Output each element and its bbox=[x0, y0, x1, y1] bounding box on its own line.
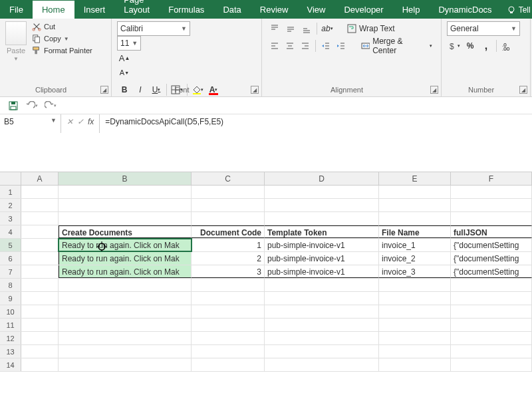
wrap-text-button[interactable]: Wrap Text bbox=[344, 21, 398, 36]
cell-F12[interactable] bbox=[451, 332, 532, 344]
tab-review[interactable]: Review bbox=[251, 1, 298, 19]
cell-A11[interactable] bbox=[21, 319, 59, 331]
row-header[interactable]: 12 bbox=[0, 332, 21, 344]
row-header[interactable]: 14 bbox=[0, 358, 21, 371]
cell-C3[interactable] bbox=[192, 212, 265, 225]
cell-E10[interactable] bbox=[379, 305, 451, 318]
cell-F7[interactable]: {"documentSetting bbox=[451, 265, 532, 278]
cell-D3[interactable] bbox=[265, 212, 379, 225]
col-header-A[interactable]: A bbox=[21, 172, 59, 185]
cell-C14[interactable] bbox=[192, 358, 265, 371]
row-header[interactable]: 7 bbox=[0, 265, 21, 278]
undo-button[interactable]: ▾ bbox=[25, 99, 39, 112]
cell-F2[interactable] bbox=[451, 199, 532, 211]
cell-F9[interactable] bbox=[451, 292, 532, 305]
cell-A9[interactable] bbox=[21, 292, 59, 305]
decrease-font-button[interactable]: A▼ bbox=[117, 65, 132, 80]
cell-C9[interactable] bbox=[192, 292, 265, 305]
col-header-B[interactable]: B bbox=[59, 172, 192, 185]
dialog-launcher-number[interactable]: ◢ bbox=[519, 86, 527, 94]
cancel-formula-button[interactable]: ✕ bbox=[66, 117, 73, 126]
align-left-button[interactable] bbox=[267, 39, 281, 53]
fx-button[interactable]: fx bbox=[88, 117, 94, 126]
cell-C11[interactable] bbox=[192, 319, 265, 331]
cell-D12[interactable] bbox=[265, 332, 379, 344]
cell-A12[interactable] bbox=[21, 332, 59, 344]
tab-formulas[interactable]: Formulas bbox=[159, 1, 213, 19]
tab-insert[interactable]: Insert bbox=[74, 1, 115, 19]
cell-E7[interactable]: invoice_3 bbox=[379, 265, 451, 278]
cell-C2[interactable] bbox=[192, 199, 265, 211]
cell-F3[interactable] bbox=[451, 212, 532, 225]
cell-E6[interactable]: invoice_2 bbox=[379, 252, 451, 265]
cell-E9[interactable] bbox=[379, 292, 451, 305]
cell-A8[interactable] bbox=[21, 279, 59, 291]
row-header[interactable]: 13 bbox=[0, 345, 21, 358]
cell-D2[interactable] bbox=[265, 199, 379, 211]
cell-C1[interactable] bbox=[192, 186, 265, 198]
col-header-F[interactable]: F bbox=[451, 172, 532, 185]
select-all-corner[interactable] bbox=[0, 172, 21, 185]
row-header[interactable]: 5 bbox=[0, 239, 21, 251]
cell-E11[interactable] bbox=[379, 319, 451, 331]
tell-me[interactable]: Tell bbox=[501, 1, 532, 19]
tab-file[interactable]: File bbox=[0, 1, 33, 19]
tab-help[interactable]: Help bbox=[393, 1, 430, 19]
redo-button[interactable]: ▾ bbox=[44, 99, 57, 112]
cell-E13[interactable] bbox=[379, 345, 451, 358]
col-header-E[interactable]: E bbox=[379, 172, 451, 185]
row-header[interactable]: 3 bbox=[0, 212, 21, 225]
increase-font-button[interactable]: A▲ bbox=[117, 51, 132, 65]
cell-E3[interactable] bbox=[379, 212, 451, 225]
copy-button[interactable]: Copy ▼ bbox=[31, 33, 94, 44]
accept-formula-button[interactable]: ✓ bbox=[77, 117, 84, 126]
cell-D14[interactable] bbox=[265, 358, 379, 371]
align-middle-button[interactable] bbox=[283, 21, 298, 36]
align-center-button[interactable] bbox=[283, 39, 297, 53]
cell-A10[interactable] bbox=[21, 305, 59, 318]
cell-D7[interactable]: pub-simple-invoice-v1 bbox=[265, 265, 379, 278]
cell-B2[interactable] bbox=[59, 199, 192, 211]
cell-B9[interactable] bbox=[59, 292, 192, 305]
cell-A14[interactable] bbox=[21, 358, 59, 371]
tab-dynamicdocs[interactable]: DynamicDocs bbox=[429, 1, 501, 19]
row-header[interactable]: 8 bbox=[0, 279, 21, 291]
accounting-format-button[interactable]: $▾ bbox=[447, 39, 462, 53]
cell-F10[interactable] bbox=[451, 305, 532, 318]
font-name-combo[interactable]: Calibri▼ bbox=[117, 21, 190, 36]
row-header[interactable]: 4 bbox=[0, 225, 21, 238]
tab-pagelayout[interactable]: Page Layout bbox=[114, 0, 159, 19]
row-header[interactable]: 1 bbox=[0, 186, 21, 198]
align-top-button[interactable] bbox=[267, 21, 282, 36]
format-painter-button[interactable]: Format Painter bbox=[31, 45, 94, 56]
row-header[interactable]: 9 bbox=[0, 292, 21, 305]
cell-D5[interactable]: pub-simple-invoice-v1 bbox=[265, 239, 379, 251]
cell-B6[interactable]: Ready to run again. Click on Mak bbox=[59, 252, 192, 265]
decrease-indent-button[interactable] bbox=[319, 39, 332, 53]
cell-A6[interactable] bbox=[21, 252, 59, 265]
increase-decimal-button[interactable]: .0.00 bbox=[499, 39, 514, 53]
cell-B11[interactable] bbox=[59, 319, 192, 331]
cell-B1[interactable] bbox=[59, 186, 192, 198]
cell-F6[interactable]: {"documentSetting bbox=[451, 252, 532, 265]
cell-C8[interactable] bbox=[192, 279, 265, 291]
cell-D4[interactable]: Template Token bbox=[265, 225, 379, 238]
cell-B4[interactable]: Create Documents bbox=[59, 225, 192, 238]
cell-D10[interactable] bbox=[265, 305, 379, 318]
cell-A7[interactable] bbox=[21, 265, 59, 278]
cell-B12[interactable] bbox=[59, 332, 192, 344]
cell-D11[interactable] bbox=[265, 319, 379, 331]
cell-F8[interactable] bbox=[451, 279, 532, 291]
cell-F13[interactable] bbox=[451, 345, 532, 358]
cell-F1[interactable] bbox=[451, 186, 532, 198]
cell-D6[interactable]: pub-simple-invoice-v1 bbox=[265, 252, 379, 265]
dialog-launcher-clipboard[interactable]: ◢ bbox=[100, 86, 108, 94]
cell-B3[interactable] bbox=[59, 212, 192, 225]
cell-A13[interactable] bbox=[21, 345, 59, 358]
cell-F5[interactable]: {"documentSetting bbox=[451, 239, 532, 251]
cell-A5[interactable] bbox=[21, 239, 59, 251]
cell-E2[interactable] bbox=[379, 199, 451, 211]
cell-B13[interactable] bbox=[59, 345, 192, 358]
align-bottom-button[interactable] bbox=[299, 21, 314, 36]
row-header[interactable]: 6 bbox=[0, 252, 21, 265]
